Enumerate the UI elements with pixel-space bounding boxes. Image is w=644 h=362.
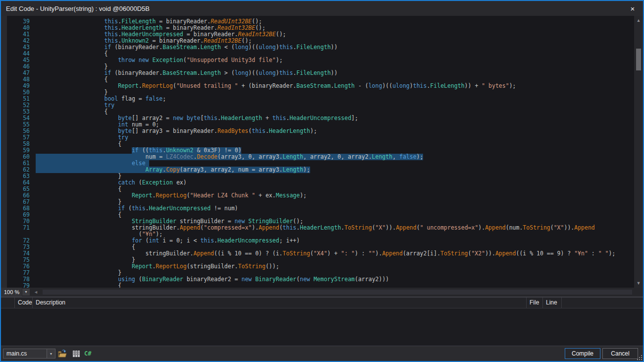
vertical-scrollbar-thumb[interactable]: [636, 49, 641, 70]
close-icon[interactable]: ×: [627, 4, 638, 13]
code-token: )((: [248, 44, 259, 51]
code-line-40[interactable]: 40 this.HeaderLength = binaryReader.Read…: [1, 25, 634, 31]
code-line-41[interactable]: 41 this.HeaderUncompressed = binaryReade…: [1, 31, 634, 38]
code-line-68[interactable]: 68 if (this.HeaderUncompressed != num): [1, 205, 634, 212]
error-list-body[interactable]: [1, 309, 643, 346]
scroll-down-icon[interactable]: ▼: [634, 280, 643, 287]
code-line-70[interactable]: 70 StringBuilder stringBuilder = new Str…: [1, 218, 634, 225]
code-line-77[interactable]: 77 }: [1, 270, 634, 276]
code-line-69[interactable]: 69 {: [1, 212, 634, 218]
code-token: [36, 38, 104, 44]
code-line-49[interactable]: 49 Report.ReportLog("Unused trailing " +…: [1, 83, 634, 89]
code-token: byte: [187, 115, 201, 121]
code-line-51[interactable]: 51 bool flag = false;: [1, 96, 634, 102]
zoom-level-combobox[interactable]: 100 %: [1, 288, 22, 297]
code-token: this: [279, 70, 293, 76]
code-line-47[interactable]: 47 if (binaryReader.BaseStream.Length > …: [1, 70, 634, 76]
code-token: (: [279, 225, 283, 231]
column-header-file[interactable]: File: [527, 298, 543, 308]
code-token: [36, 205, 118, 212]
code-line-67[interactable]: 67 }: [1, 199, 634, 205]
line-number: 54: [7, 115, 36, 121]
column-header-code[interactable]: Code: [15, 298, 33, 308]
code-line-54[interactable]: 54 byte[] array2 = new byte[this.HeaderL…: [1, 115, 634, 121]
code-line-72[interactable]: 72 for (int i = 0; i < this.HeaderUncomp…: [1, 238, 634, 244]
line-number: 41: [7, 31, 36, 38]
code-token: ) :: [355, 250, 369, 257]
code-line-45[interactable]: 45 throw new Exception("Unsupported Unit…: [1, 57, 634, 63]
column-header-blank[interactable]: [562, 298, 643, 308]
code-token: )((: [248, 70, 259, 76]
code-line-75[interactable]: 75 }: [1, 257, 634, 263]
code-token: HeaderLength: [269, 128, 310, 134]
folder-open-icon[interactable]: [57, 349, 67, 358]
code-line-60[interactable]: 60 num = LZ4Codec.Decode(array3, 0, arra…: [1, 154, 634, 160]
code-line-44[interactable]: 44 {: [1, 51, 634, 57]
code-token: (: [372, 225, 376, 231]
cancel-button[interactable]: Cancel: [602, 348, 638, 359]
code-line-57[interactable]: 57 try: [1, 134, 634, 141]
column-header-line[interactable]: Line: [543, 298, 562, 308]
code-line-58[interactable]: 58 {: [1, 141, 634, 147]
code-token: new: [173, 115, 183, 121]
code-line-76[interactable]: 76 Report.ReportLog(stringBuilder.ToStri…: [1, 263, 634, 270]
code-line-74[interactable]: 74 stringBuilder.Append((i % 10 == 0) ? …: [1, 250, 634, 257]
code-line-39[interactable]: 39 this.FileLength = binaryReader.ReadUI…: [1, 18, 634, 25]
code-line-78[interactable]: 78 using (BinaryReader binaryReader2 = n…: [1, 276, 634, 283]
title-bar[interactable]: Edit Code - UnityParser(string) : void @…: [1, 1, 643, 16]
code-token: BaseStream: [162, 44, 197, 51]
code-line-59[interactable]: 59 if ((this.Unknown2 & 0x3F) != 0): [1, 147, 634, 154]
code-token: ulong: [259, 44, 276, 51]
column-header-blank[interactable]: [1, 298, 15, 308]
code-token: [] array3 = binaryReader.: [132, 128, 217, 134]
code-line-53[interactable]: 53 {: [1, 109, 634, 115]
code-text-area[interactable]: 39 this.FileLength = binaryReader.ReadUI…: [1, 18, 634, 288]
scroll-left-icon[interactable]: ◄: [34, 288, 38, 297]
horizontal-scrollbar-thumb[interactable]: [43, 290, 632, 295]
code-token: "": [369, 250, 376, 257]
code-line-73[interactable]: 73 {: [1, 244, 634, 250]
code-line-71[interactable]: 71 stringBuilder.Append("compressed=x").…: [1, 225, 634, 231]
line-number: 68: [7, 205, 36, 212]
code-token: (: [135, 180, 142, 186]
code-line-79[interactable]: 79 {: [1, 283, 634, 288]
library-icon[interactable]: [71, 349, 81, 358]
code-line-42[interactable]: 42 this.Unknown2 = binaryReader.ReadInt3…: [1, 38, 634, 44]
code-line-62[interactable]: 62 Array.Copy(array3, array2, num = arra…: [1, 167, 634, 173]
code-line-wrap[interactable]: ("¥n");: [1, 231, 634, 238]
code-token: [36, 141, 118, 147]
code-token: Append: [180, 225, 201, 231]
code-line-66[interactable]: 66 Report.ReportLog("Header LZ4 Chunk " …: [1, 192, 634, 199]
code-token: Message: [276, 192, 300, 199]
line-number: 45: [7, 57, 36, 63]
compile-button[interactable]: Compile: [565, 348, 600, 359]
code-line-43[interactable]: 43 if (binaryReader.BaseStream.Length < …: [1, 44, 634, 51]
zoom-dropdown-icon[interactable]: ▾: [22, 289, 30, 296]
code-line-65[interactable]: 65 {: [1, 186, 634, 192]
code-token: HeaderUncompressed: [217, 238, 279, 244]
code-token: if: [118, 205, 125, 212]
code-token: ReadInt32BE: [238, 31, 276, 38]
resize-grip[interactable]: [637, 355, 642, 360]
scroll-up-icon[interactable]: ▲: [634, 17, 643, 24]
code-token: (num.: [506, 225, 523, 231]
code-line-50[interactable]: 50 }: [1, 89, 634, 96]
code-line-63[interactable]: 63 }: [1, 173, 634, 180]
code-line-46[interactable]: 46 }: [1, 63, 634, 70]
file-select-combobox[interactable]: main.cs ▾: [3, 349, 55, 359]
horizontal-scrollbar[interactable]: ◄: [31, 288, 643, 297]
code-token: ((: [139, 147, 149, 154]
code-line-52[interactable]: 52 try: [1, 102, 634, 109]
line-number: 75: [7, 257, 36, 263]
code-line-64[interactable]: 64 catch (Exception ex): [1, 180, 634, 186]
code-line-48[interactable]: 48 {: [1, 76, 634, 83]
code-line-56[interactable]: 56 byte[] array3 = binaryReader.ReadByte…: [1, 128, 634, 134]
code-token: [36, 115, 118, 121]
code-line-61[interactable]: 61 else: [1, 160, 634, 167]
vertical-scrollbar[interactable]: ▲ ▼: [634, 16, 643, 288]
code-token: Exception: [152, 57, 183, 63]
csharp-icon[interactable]: C#: [84, 349, 94, 358]
column-header-description[interactable]: Description: [33, 298, 527, 308]
code-line-55[interactable]: 55 int num = 0;: [1, 121, 634, 128]
code-editor[interactable]: 39 this.FileLength = binaryReader.ReadUI…: [1, 16, 643, 288]
